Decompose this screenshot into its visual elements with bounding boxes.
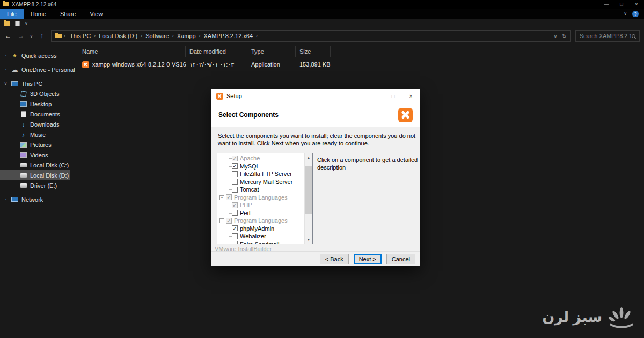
sidebar-item-3d-objects[interactable]: 3D Objects [0, 89, 70, 99]
address-box[interactable]: › This PC›Local Disk (D:)›Software›Xampp… [51, 30, 571, 42]
search-input[interactable] [580, 33, 632, 39]
breadcrumb-item[interactable]: Software [143, 33, 171, 39]
tree-item-php[interactable]: ✓PHP [217, 201, 304, 209]
address-dropdown-icon[interactable]: ∨ [553, 33, 557, 39]
sidebar-item-label: Quick access [21, 53, 56, 59]
tree-item-program-languages[interactable]: -✓Program Languages [217, 194, 304, 202]
tree-guide-line [229, 186, 229, 189]
tree-item-webalizer[interactable]: Webalizer [217, 232, 304, 240]
tree-item-mysql[interactable]: ✓MySQL [217, 163, 304, 171]
history-dropdown-icon[interactable]: ∨ [28, 34, 35, 39]
search-box[interactable] [575, 30, 640, 42]
ribbon-tab-share[interactable]: Share [53, 9, 83, 19]
button-divider [211, 251, 420, 252]
qat-folder-icon[interactable] [4, 21, 10, 26]
tree-item-mercury-mail-server[interactable]: Mercury Mail Server [217, 178, 304, 186]
chevron-right-icon[interactable]: › [3, 53, 8, 58]
tree-scrollbar[interactable]: ▲ ▼ [304, 153, 312, 244]
minimize-button[interactable]: — [599, 0, 614, 9]
component-checkbox[interactable] [232, 179, 238, 185]
component-checkbox[interactable] [232, 171, 238, 177]
cloud-icon: ☁ [11, 67, 18, 73]
close-button[interactable]: × [629, 0, 644, 9]
collapse-toggle-icon[interactable]: - [219, 195, 224, 200]
ribbon-expand-icon[interactable]: ∨ [624, 11, 627, 16]
sidebar-item-quick-access[interactable]: ›★Quick access [0, 50, 70, 61]
ribbon-tab-file[interactable]: File [0, 9, 24, 19]
breadcrumb-item[interactable]: This PC [68, 33, 93, 39]
breadcrumb-item[interactable]: Local Disk (D:) [97, 33, 140, 39]
component-checkbox: ✓ [232, 156, 238, 161]
chevron-right-icon[interactable]: › [3, 67, 8, 72]
sidebar-item-downloads[interactable]: ↓Downloads [0, 119, 70, 129]
file-cell-name: xampp-windows-x64-8.2.12-0-VS16-insta... [78, 61, 186, 68]
file-row[interactable]: xampp-windows-x64-8.2.12-0-VS16-insta...… [78, 58, 644, 70]
dialog-header: Select Components [211, 103, 420, 127]
sidebar-item-label: Local Disk (C:) [30, 162, 69, 168]
component-checkbox[interactable] [232, 233, 238, 239]
explorer-titlebar[interactable]: XAMPP.8.2.12.x64 — □ × [0, 0, 644, 9]
breadcrumb-separator-icon[interactable]: › [171, 33, 175, 39]
sidebar-item-label: Documents [30, 111, 60, 117]
sidebar-item-driver-e[interactable]: Driver (E:) [0, 180, 70, 190]
breadcrumb-separator-icon[interactable]: › [140, 33, 143, 39]
breadcrumb-separator-icon[interactable]: › [93, 33, 97, 39]
sidebar-item-pictures[interactable]: Pictures [0, 139, 70, 150]
ribbon-tab-home[interactable]: Home [24, 9, 53, 19]
tree-item-perl[interactable]: Perl [217, 209, 304, 217]
sidebar-item-this-pc[interactable]: ∨This PC [0, 78, 70, 89]
scroll-up-icon[interactable]: ▲ [305, 153, 312, 161]
dialog-minimize-button[interactable]: — [367, 89, 384, 103]
back-button[interactable]: ← [2, 32, 14, 40]
dialog-close-button[interactable]: × [402, 89, 420, 103]
sidebar-item-network[interactable]: ›Network [0, 194, 70, 204]
sidebar-item-documents[interactable]: Documents [0, 109, 70, 119]
collapse-toggle-icon[interactable]: - [219, 218, 224, 223]
breadcrumb-item[interactable]: XAMPP.8.2.12.x64 [202, 33, 255, 39]
picture-icon [20, 142, 27, 148]
component-checkbox: ✓ [226, 218, 232, 224]
sidebar-item-onedrive-personal[interactable]: ›☁OneDrive - Personal [0, 64, 70, 75]
qat-dropdown-icon[interactable]: ∨ [25, 21, 28, 26]
help-icon[interactable]: ? [632, 11, 639, 17]
component-checkbox[interactable] [232, 187, 238, 193]
qat-properties-icon[interactable] [15, 21, 20, 26]
component-checkbox[interactable] [232, 210, 238, 216]
sidebar-item-desktop[interactable]: Desktop [0, 99, 70, 109]
refresh-icon[interactable]: ↻ [562, 33, 567, 39]
sidebar-item-videos[interactable]: Videos [0, 150, 70, 160]
search-icon [632, 34, 635, 38]
column-header-name[interactable]: Name [78, 46, 186, 57]
next-button[interactable]: Next > [354, 254, 382, 264]
ribbon-tab-view[interactable]: View [83, 9, 109, 19]
breadcrumb-item[interactable]: Xampp [175, 33, 198, 39]
column-header-size[interactable]: Size [296, 46, 331, 57]
sidebar-item-local-disk-c[interactable]: Local Disk (C:) [0, 160, 70, 170]
sidebar-item-local-disk-d[interactable]: Local Disk (D:) [0, 170, 70, 180]
up-button[interactable]: ↑ [36, 32, 48, 40]
tree-item-phpmyadmin[interactable]: ✓phpMyAdmin [217, 225, 304, 233]
maximize-button[interactable]: □ [614, 0, 629, 9]
component-checkbox[interactable]: ✓ [232, 225, 238, 231]
chevron-down-icon[interactable]: ∨ [3, 81, 8, 86]
sidebar-item-music[interactable]: ♪Music [0, 129, 70, 139]
tree-item-tomcat[interactable]: Tomcat [217, 186, 304, 194]
component-checkbox[interactable] [232, 241, 238, 244]
cancel-button[interactable]: Cancel [386, 254, 415, 264]
scrollbar-thumb[interactable] [305, 166, 312, 214]
sidebar-item-label: This PC [21, 80, 42, 87]
tree-item-fake-sendmail[interactable]: Fake Sendmail [217, 240, 304, 244]
column-header-date-modified[interactable]: Date modified [186, 46, 247, 57]
tree-item-apache[interactable]: ✓Apache [217, 155, 304, 163]
column-header-type[interactable]: Type [247, 46, 296, 57]
sidebar-item-label: Pictures [30, 142, 52, 148]
breadcrumb-separator-icon[interactable]: › [255, 33, 259, 39]
tree-item-filezilla-ftp-server[interactable]: FileZilla FTP Server [217, 170, 304, 178]
back-button[interactable]: < Back [320, 254, 349, 264]
dialog-titlebar[interactable]: Setup — □ × [211, 89, 420, 103]
chevron-right-icon[interactable]: › [3, 197, 8, 202]
scroll-down-icon[interactable]: ▼ [305, 236, 312, 244]
tree-item-program-languages[interactable]: -✓Program Languages [217, 217, 304, 225]
component-checkbox[interactable]: ✓ [232, 163, 238, 169]
breadcrumb-separator-icon[interactable]: › [198, 33, 202, 39]
